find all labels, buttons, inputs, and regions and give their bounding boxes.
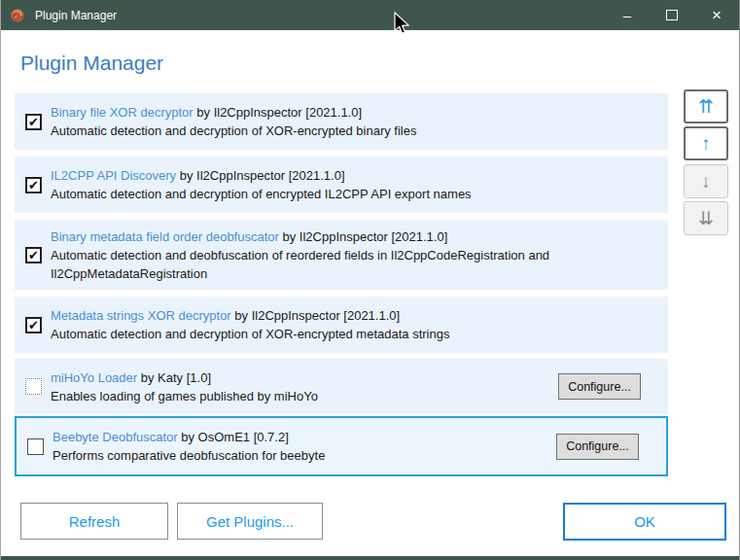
plugin-manager-window: Plugin Manager – × Plugin Manager ✔ Bina… [0,0,740,560]
plugin-name-link[interactable]: Binary file XOR decryptor [51,105,194,120]
arrow-icon: ↓ [701,171,711,192]
window-title: Plugin Manager [35,9,117,22]
plugin-description: Automatic detection and decryption of en… [51,185,660,203]
refresh-button[interactable]: Refresh [20,503,168,540]
plugin-row[interactable]: ✔ Metadata strings XOR decryptor by Il2C… [15,297,668,353]
plugin-byline: by Il2CppInspector [2021.1.0] [194,105,362,120]
move-to-bottom-button[interactable]: ⇊ [684,201,728,235]
plugin-row[interactable]: ✔ Binary metadata field order deobfuscat… [15,220,668,290]
plugin-text: miHoYo Loader by Katy [1.0] Enables load… [51,368,558,405]
plugin-row[interactable]: Beebyte Deobfuscator by OsOmE1 [0.7.2] P… [15,416,668,476]
plugin-byline: by Il2CppInspector [2021.1.0] [279,229,447,244]
plugin-name-link[interactable]: Beebyte Deobfuscator [53,430,178,444]
arrow-icon: ⇈ [698,95,714,118]
arrow-icon: ↑ [701,133,711,155]
maximize-button[interactable] [650,0,694,30]
plugin-name-link[interactable]: Metadata strings XOR decryptor [51,308,231,323]
plugin-text: Binary metadata field order deobfuscator… [51,228,668,283]
configure-button[interactable]: Configure... [558,373,641,400]
plugin-title-line: Beebyte Deobfuscator by OsOmE1 [0.7.2] [53,428,548,446]
get-plugins-button[interactable]: Get Plugins... [177,503,323,540]
plugin-byline: by Katy [1.0] [137,370,211,385]
plugin-description: Performs comparative deobfuscation for b… [53,446,548,465]
plugin-title-line: Binary metadata field order deobfuscator… [51,228,660,246]
plugin-byline: by Il2CppInspector [2021.1.0] [176,168,344,183]
ok-button[interactable]: OK [563,503,726,541]
maximize-icon [666,10,678,20]
order-buttons: ⇈ ↑ ↓ ⇊ [684,89,728,238]
plugin-description: Enables loading of games published by mi… [51,387,550,405]
plugin-enabled-checkbox[interactable]: ✔ [25,247,42,263]
plugin-byline: by OsOmE1 [0.7.2] [178,430,289,444]
plugin-row[interactable]: ✔ IL2CPP API Discovery by Il2CppInspecto… [15,157,668,213]
plugin-text: Beebyte Deobfuscator by OsOmE1 [0.7.2] P… [53,428,556,465]
plugin-text: Binary file XOR decryptor by Il2CppInspe… [51,103,668,140]
move-to-top-button[interactable]: ⇈ [684,89,728,123]
plugin-enabled-checkbox[interactable]: ✔ [25,114,42,130]
plugin-list: ✔ Binary file XOR decryptor by Il2CppIns… [15,93,668,483]
plugin-title-line: Metadata strings XOR decryptor by Il2Cpp… [51,306,660,325]
plugin-enabled-checkbox[interactable] [27,438,44,455]
plugin-title-line: miHoYo Loader by Katy [1.0] [51,368,550,387]
plugin-name-link[interactable]: Binary metadata field order deobfuscator [51,229,279,244]
window-bottom-edge [1,556,739,560]
plugin-row[interactable]: miHoYo Loader by Katy [1.0] Enables load… [15,359,668,414]
plugin-enabled-checkbox[interactable]: ✔ [25,177,42,193]
plugin-description: Automatic detection and decryption of XO… [51,122,660,140]
plugin-title-line: IL2CPP API Discovery by Il2CppInspector … [51,166,660,185]
arrow-icon: ⇊ [698,207,714,229]
plugin-name-link[interactable]: miHoYo Loader [51,370,137,385]
move-down-button[interactable]: ↓ [684,164,728,198]
close-button[interactable]: × [694,0,739,30]
titlebar: Plugin Manager – × [1,0,739,30]
plugin-row[interactable]: ✔ Binary file XOR decryptor by Il2CppIns… [15,93,668,150]
plugin-text: IL2CPP API Discovery by Il2CppInspector … [51,166,668,203]
configure-button[interactable]: Configure... [556,434,639,460]
window-controls: – × [605,0,739,30]
plugin-byline: by Il2CppInspector [2021.1.0] [231,308,400,323]
plugin-enabled-checkbox[interactable] [25,378,42,395]
plugin-enabled-checkbox[interactable]: ✔ [25,317,42,333]
plugin-description: Automatic detection and decryption of XO… [51,325,660,343]
plugin-title-line: Binary file XOR decryptor by Il2CppInspe… [51,103,660,122]
page-title: Plugin Manager [20,52,163,75]
plugin-name-link[interactable]: IL2CPP API Discovery [51,168,176,183]
minimize-button[interactable]: – [605,0,650,30]
plugin-description: Automatic detection and deobfuscation of… [51,246,660,283]
plugin-text: Metadata strings XOR decryptor by Il2Cpp… [51,306,668,343]
move-up-button[interactable]: ↑ [684,126,728,160]
app-icon [9,7,26,24]
